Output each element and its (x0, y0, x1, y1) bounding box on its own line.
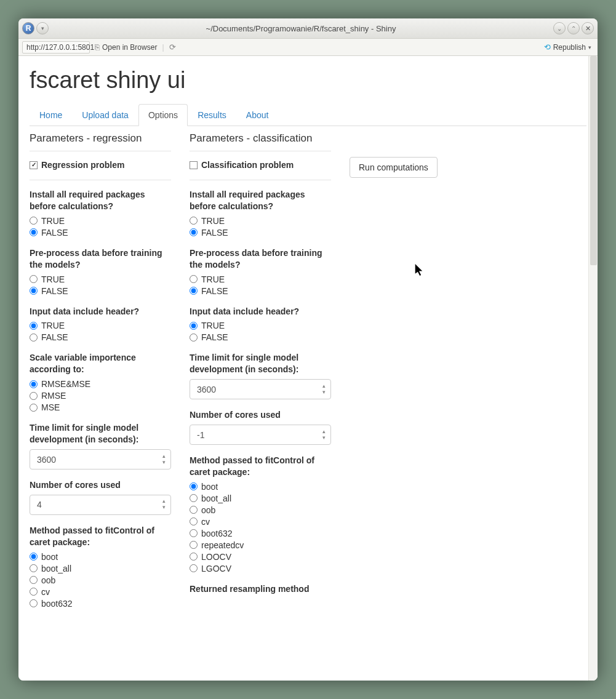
cls-install-label: Install all required packages before cal… (190, 189, 331, 212)
url-field[interactable]: http://127.0.0.1:5801 (22, 41, 90, 54)
close-button[interactable]: ✕ (582, 22, 594, 34)
window-title: ~/Documents/Programowanie/R/fscaret_shin… (49, 24, 553, 33)
tab-upload[interactable]: Upload data (72, 104, 138, 126)
cls-time-label: Time limit for single model development … (190, 352, 331, 375)
reg-scale-label: Scale variable importence according to: (30, 352, 171, 375)
titlebar: R ▾ ~/Documents/Programowanie/R/fscaret_… (18, 18, 598, 39)
reg-preproc-true[interactable]: TRUE (30, 274, 171, 284)
scrollbar[interactable] (588, 56, 598, 681)
cls-header-false[interactable]: FALSE (190, 332, 331, 342)
reg-preproc-label: Pre-process data before training the mod… (30, 247, 171, 271)
reg-scale-rmse[interactable]: RMSE (30, 391, 171, 401)
reg-method-cv[interactable]: cv (30, 587, 171, 597)
cls-method-loocv[interactable]: LOOCV (190, 552, 331, 562)
reg-header-true[interactable]: TRUE (30, 321, 171, 330)
cls-time-input[interactable] (190, 379, 331, 399)
republish-label: Republish (553, 43, 586, 52)
toolbar: http://127.0.0.1:5801 ⎘ Open in Browser … (18, 39, 598, 56)
tab-bar: Home Upload data Options Results About (30, 103, 586, 126)
reg-preproc-false[interactable]: FALSE (30, 286, 171, 296)
regression-header: Parameters - regression (30, 132, 171, 145)
cls-preproc-label: Pre-process data before training the mod… (190, 247, 331, 271)
tab-results[interactable]: Results (188, 104, 236, 126)
classification-checkbox-label: Classification problem (201, 160, 294, 170)
cls-preproc-false[interactable]: FALSE (190, 286, 331, 296)
spin-down-icon[interactable]: ▾ (159, 460, 169, 466)
cls-cores-input[interactable] (190, 425, 331, 445)
r-icon: R (22, 22, 34, 34)
checkbox-icon (190, 161, 198, 169)
reg-time-input[interactable] (30, 449, 171, 469)
cls-method-boot[interactable]: boot (190, 482, 331, 492)
cls-return-label: Returned resampling method (190, 583, 331, 595)
tab-home[interactable]: Home (30, 104, 72, 126)
reg-header-label: Input data include header? (30, 306, 171, 318)
cls-method-cv[interactable]: cv (190, 517, 331, 527)
reg-install-label: Install all required packages before cal… (30, 189, 171, 212)
reg-time-label: Time limit for single model development … (30, 422, 171, 445)
tab-about[interactable]: About (236, 104, 279, 126)
regression-checkbox[interactable]: ✓ Regression problem (30, 160, 171, 170)
cls-method-lgocv[interactable]: LGOCV (190, 564, 331, 573)
reg-scale-rmsemse[interactable]: RMSE&MSE (30, 379, 171, 389)
cls-header-true[interactable]: TRUE (190, 321, 331, 330)
minimize-button[interactable]: ⌄ (553, 22, 566, 34)
regression-column: Parameters - regression ✓ Regression pro… (30, 132, 171, 618)
spin-down-icon[interactable]: ▾ (159, 505, 169, 511)
app-title: fscaret shiny ui (30, 67, 586, 94)
cls-header-label: Input data include header? (190, 306, 331, 318)
reg-install-false[interactable]: FALSE (30, 228, 171, 238)
run-computations-button[interactable]: Run computations (350, 157, 438, 178)
classification-header: Parameters - classification (190, 132, 331, 145)
cls-method-repeatedcv[interactable]: repeatedcv (190, 540, 331, 550)
run-column: Run computations (350, 132, 438, 618)
titlebar-menu-button[interactable]: ▾ (36, 22, 49, 34)
cls-method-oob[interactable]: oob (190, 505, 331, 515)
reg-header-false[interactable]: FALSE (30, 332, 171, 342)
scrollbar-thumb[interactable] (590, 56, 597, 265)
browser-icon: ⎘ (95, 42, 100, 52)
reg-method-oob[interactable]: oob (30, 575, 171, 585)
open-in-browser-button[interactable]: ⎘ Open in Browser (95, 42, 157, 52)
chevron-down-icon: ▾ (588, 44, 591, 50)
republish-icon: ⟲ (544, 42, 551, 52)
cls-install-false[interactable]: FALSE (190, 228, 331, 238)
reg-cores-label: Number of cores used (30, 479, 171, 491)
checkbox-icon: ✓ (30, 161, 38, 169)
reg-cores-input[interactable] (30, 495, 171, 515)
cls-method-label: Method passed to fitControl of caret pac… (190, 455, 331, 478)
reg-method-label: Method passed to fitControl of caret pac… (30, 525, 171, 548)
reg-method-boot[interactable]: boot (30, 552, 171, 562)
content-area: fscaret shiny ui Home Upload data Option… (18, 56, 598, 681)
republish-button[interactable]: ⟲ Republish ▾ (544, 42, 591, 52)
reg-install-true[interactable]: TRUE (30, 216, 171, 226)
cls-method-boot632[interactable]: boot632 (190, 529, 331, 538)
spin-down-icon[interactable]: ▾ (319, 389, 329, 396)
regression-checkbox-label: Regression problem (41, 160, 124, 170)
cls-preproc-true[interactable]: TRUE (190, 274, 331, 284)
reg-method-boot632[interactable]: boot632 (30, 599, 171, 609)
maximize-button[interactable]: ⌃ (567, 22, 580, 34)
cls-method-bootall[interactable]: boot_all (190, 493, 331, 503)
spin-down-icon[interactable]: ▾ (319, 435, 329, 441)
open-in-browser-label: Open in Browser (102, 43, 157, 52)
reload-button[interactable]: ⟳ (169, 42, 176, 52)
cls-cores-label: Number of cores used (190, 409, 331, 421)
reg-method-bootall[interactable]: boot_all (30, 564, 171, 573)
app-window: R ▾ ~/Documents/Programowanie/R/fscaret_… (18, 18, 598, 681)
tab-options[interactable]: Options (138, 104, 188, 126)
classification-checkbox[interactable]: Classification problem (190, 160, 331, 170)
classification-column: Parameters - classification Classificati… (190, 132, 331, 618)
reg-scale-mse[interactable]: MSE (30, 402, 171, 412)
cls-install-true[interactable]: TRUE (190, 216, 331, 226)
